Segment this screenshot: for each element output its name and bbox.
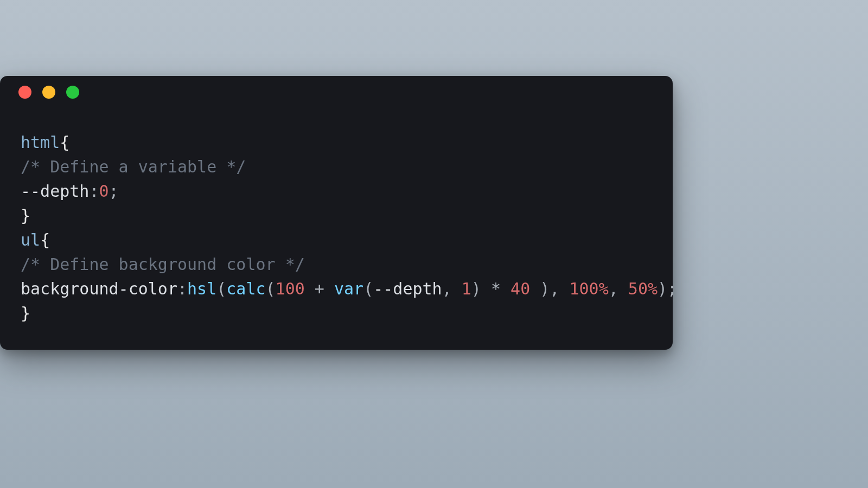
code-area[interactable]: html{ /* Define a variable */ --depth:0;… [0, 108, 673, 325]
code-token: ( [363, 279, 373, 298]
code-token: hsl [187, 279, 216, 298]
code-token: var [334, 279, 363, 298]
code-line: } [21, 206, 30, 225]
code-token: ( [216, 279, 226, 298]
code-line: ul{ [21, 230, 50, 249]
code-token: --depth [373, 279, 442, 298]
code-token: : [177, 279, 187, 298]
code-token: ( [266, 279, 276, 298]
code-token: 50 [628, 279, 648, 298]
code-token: background-color [21, 279, 177, 298]
code-token: { [60, 133, 69, 152]
code-token: , [609, 279, 628, 298]
code-token: } [21, 304, 30, 323]
code-token: ) [471, 279, 491, 298]
code-block[interactable]: html{ /* Define a variable */ --depth:0;… [21, 130, 652, 325]
close-icon[interactable] [18, 86, 31, 99]
code-token: ), [530, 279, 569, 298]
code-token: % [648, 279, 658, 298]
code-token: 0 [99, 182, 109, 201]
code-token: ); [658, 279, 677, 298]
code-token: 100 [276, 279, 305, 298]
code-token: html [21, 133, 60, 152]
code-token: { [40, 230, 50, 249]
window-titlebar [0, 76, 673, 108]
code-line: html{ [21, 133, 69, 152]
minimize-icon[interactable] [42, 86, 55, 99]
code-line: } [21, 304, 30, 323]
code-line: --depth:0; [21, 182, 119, 201]
code-token: /* Define background color */ [21, 255, 305, 274]
zoom-icon[interactable] [66, 86, 79, 99]
code-token: + [305, 279, 334, 298]
code-token: 1 [462, 279, 471, 298]
code-token: : [89, 182, 99, 201]
code-token: 100 [569, 279, 598, 298]
code-token: ; [109, 182, 119, 201]
code-token: 40 [510, 279, 530, 298]
code-line: /* Define background color */ [21, 255, 305, 274]
code-token: * [491, 279, 510, 298]
code-editor-window: html{ /* Define a variable */ --depth:0;… [0, 76, 673, 350]
code-token: calc [226, 279, 265, 298]
code-token: --depth [21, 182, 89, 201]
code-token: , [442, 279, 462, 298]
code-token: /* Define a variable */ [21, 157, 246, 176]
code-token: % [599, 279, 609, 298]
code-line: background-color:hsl(calc(100 + var(--de… [21, 279, 677, 298]
code-token: ul [21, 230, 40, 249]
code-line: /* Define a variable */ [21, 157, 246, 176]
code-token: } [21, 206, 30, 225]
